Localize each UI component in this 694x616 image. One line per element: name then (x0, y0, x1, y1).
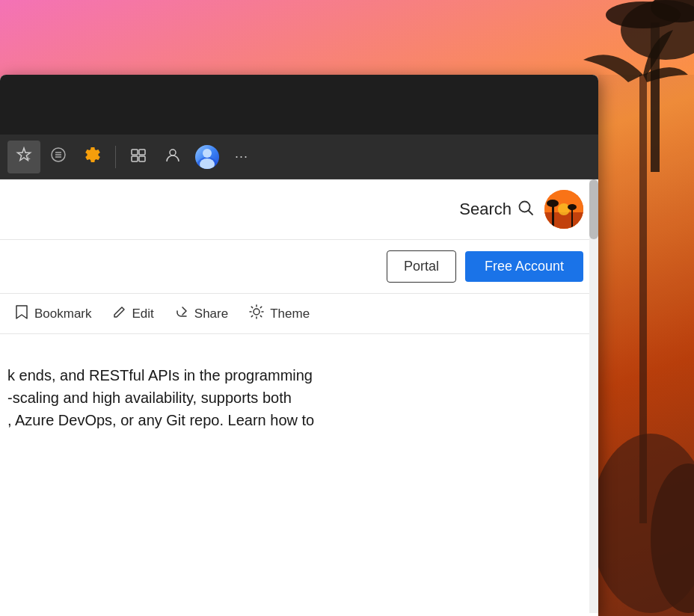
theme-label: Theme (270, 307, 310, 321)
bookmark-icon (15, 304, 28, 323)
svg-point-17 (170, 150, 176, 155)
scrollbar-track (589, 179, 598, 613)
add-favorites-button[interactable]: + (7, 141, 40, 173)
scrollbar-thumb[interactable] (589, 179, 598, 239)
search-row: Search (0, 179, 598, 240)
svg-line-37 (261, 307, 262, 307)
share-action[interactable]: Share (175, 305, 228, 322)
article-line-1: k ends, and RESTful APIs in the programm… (7, 364, 583, 386)
theme-icon (249, 304, 264, 323)
collections-button[interactable] (42, 141, 75, 173)
article-text: k ends, and RESTful APIs in the programm… (0, 334, 598, 446)
search-area[interactable]: Search (459, 200, 534, 220)
portal-button[interactable]: Portal (387, 250, 456, 283)
gear-icon (84, 146, 102, 167)
toolbar: + (0, 135, 598, 179)
page-content: Search (0, 179, 598, 616)
add-tab-icon (130, 147, 147, 167)
svg-point-30 (254, 309, 260, 315)
svg-point-4 (606, 1, 681, 28)
profile-button[interactable] (156, 141, 189, 173)
svg-line-38 (251, 315, 252, 316)
settings-button[interactable] (76, 141, 109, 173)
svg-rect-28 (571, 209, 573, 229)
svg-point-25 (558, 203, 570, 215)
user-avatar-large[interactable] (544, 190, 583, 229)
share-label: Share (194, 307, 228, 321)
search-label: Search (459, 200, 512, 219)
more-options-button[interactable]: ··· (225, 141, 258, 173)
article-line-2: -scaling and high availability, supports… (7, 386, 583, 409)
svg-rect-15 (132, 156, 138, 161)
browser-window: + (0, 75, 598, 616)
bookmark-action[interactable]: Bookmark (15, 304, 92, 323)
edit-action[interactable]: Edit (113, 305, 154, 322)
edit-icon (113, 305, 126, 322)
theme-action[interactable]: Theme (249, 304, 310, 323)
svg-text:+: + (26, 155, 31, 163)
svg-rect-26 (552, 205, 554, 229)
add-tab-button[interactable] (122, 141, 155, 173)
share-icon (175, 305, 188, 322)
collections-icon (50, 147, 67, 167)
svg-point-29 (568, 204, 577, 210)
search-icon (518, 200, 534, 220)
user-avatar-toolbar-button[interactable] (191, 141, 224, 173)
title-bar (0, 75, 598, 135)
star-add-icon: + (16, 147, 32, 167)
svg-point-27 (547, 200, 559, 207)
toolbar-avatar (195, 145, 219, 169)
svg-rect-16 (139, 156, 145, 161)
svg-rect-14 (139, 150, 145, 155)
free-account-button[interactable]: Free Account (465, 251, 583, 282)
toolbar-divider (115, 146, 116, 168)
bookmark-label: Bookmark (34, 307, 92, 321)
svg-point-19 (203, 149, 212, 158)
buttons-row: Portal Free Account (0, 240, 598, 294)
more-options-icon: ··· (235, 149, 248, 164)
edit-label: Edit (132, 307, 154, 321)
article-line-3: , Azure DevOps, or any Git repo. Learn h… (7, 409, 583, 431)
actions-row: Bookmark Edit Share (0, 294, 598, 334)
svg-rect-13 (132, 150, 138, 155)
svg-rect-7 (639, 75, 647, 523)
svg-line-22 (529, 210, 533, 215)
profile-icon (165, 147, 181, 167)
svg-line-36 (261, 315, 262, 316)
svg-line-35 (251, 307, 252, 307)
